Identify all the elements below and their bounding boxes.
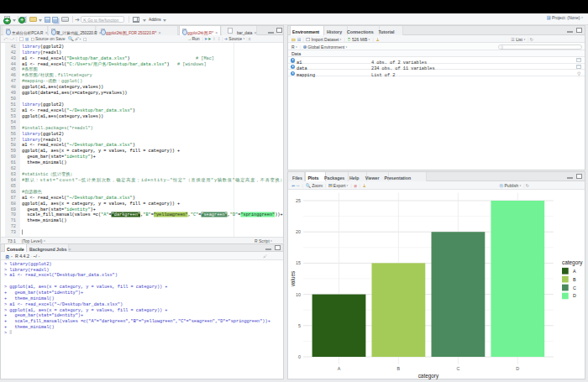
svg-text:10: 10 bbox=[296, 291, 301, 296]
svg-text:category: category bbox=[562, 259, 583, 266]
svg-text:category: category bbox=[417, 372, 438, 379]
svg-text:values: values bbox=[290, 270, 296, 285]
svg-text:A: A bbox=[573, 268, 576, 273]
svg-text:5: 5 bbox=[298, 322, 301, 327]
svg-text:B: B bbox=[396, 366, 400, 371]
svg-text:D: D bbox=[573, 293, 576, 298]
svg-text:20: 20 bbox=[296, 229, 301, 234]
svg-text:25: 25 bbox=[296, 198, 301, 203]
svg-text:C: C bbox=[573, 285, 576, 290]
svg-text:C: C bbox=[456, 366, 459, 371]
svg-text:D: D bbox=[516, 366, 519, 371]
svg-text:A: A bbox=[337, 366, 340, 371]
svg-text:15: 15 bbox=[296, 260, 301, 265]
svg-text:B: B bbox=[573, 276, 576, 281]
svg-text:0: 0 bbox=[298, 354, 301, 359]
